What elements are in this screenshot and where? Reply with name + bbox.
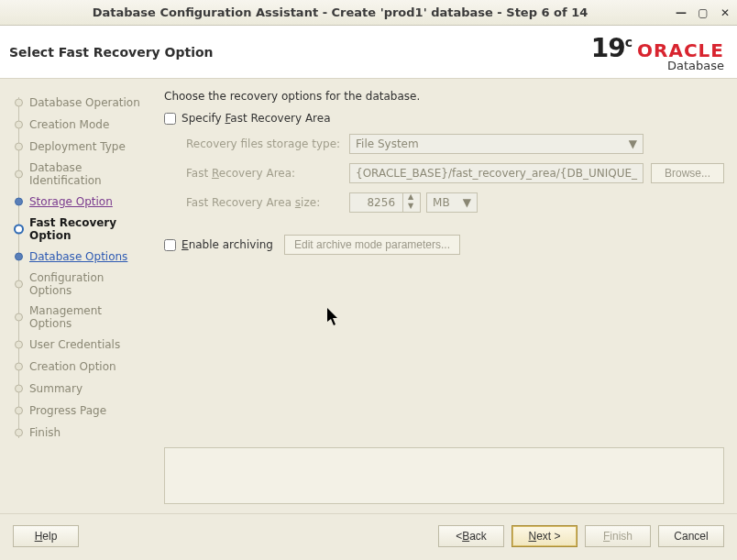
logo-version: 19c bbox=[591, 33, 632, 63]
step-deployment-type[interactable]: Deployment Type bbox=[15, 136, 142, 158]
next-button[interactable]: Next > bbox=[512, 525, 578, 547]
page-title: Select Fast Recovery Option bbox=[9, 45, 214, 60]
fra-form: Recovery files storage type: File System… bbox=[186, 134, 724, 213]
storage-type-label: Recovery files storage type: bbox=[186, 137, 342, 150]
step-database-operation[interactable]: Database Operation bbox=[15, 92, 142, 114]
storage-type-value: File System bbox=[356, 137, 419, 150]
instruction-text: Choose the recovery options for the data… bbox=[164, 90, 724, 103]
step-summary[interactable]: Summary bbox=[15, 378, 142, 400]
fra-size-unit: MB bbox=[433, 196, 450, 209]
step-list: Database Operation Creation Mode Deploym… bbox=[15, 92, 142, 444]
wizard-sidebar: Database Operation Creation Mode Deploym… bbox=[0, 79, 148, 513]
message-area bbox=[164, 447, 724, 504]
specify-fra-label: Specify Fast Recovery Area bbox=[182, 112, 331, 125]
maximize-icon[interactable]: ▢ bbox=[697, 6, 710, 19]
step-progress-page[interactable]: Progress Page bbox=[15, 400, 142, 422]
fra-size-unit-select[interactable]: MB ▼ bbox=[426, 192, 478, 213]
chevron-down-icon: ▼ bbox=[463, 196, 471, 209]
nav-buttons: < Back Next > Finish Cancel bbox=[438, 525, 724, 547]
step-user-credentials[interactable]: User Credentials bbox=[15, 334, 142, 356]
step-database-options[interactable]: Database Options bbox=[15, 246, 142, 268]
step-fast-recovery-option[interactable]: Fast Recovery Option bbox=[15, 213, 142, 246]
fra-label: Fast Recovery Area: bbox=[186, 167, 342, 180]
fra-size-row: 8256 ▲ ▼ MB ▼ bbox=[349, 192, 644, 213]
specify-fra-checkbox[interactable] bbox=[164, 113, 176, 125]
minimize-icon[interactable]: — bbox=[675, 6, 688, 19]
finish-button[interactable]: Finish bbox=[585, 525, 651, 547]
step-finish[interactable]: Finish bbox=[15, 422, 142, 444]
enable-archiving-label: Enable archiving bbox=[182, 238, 273, 251]
logo-brand: ORACLE bbox=[637, 41, 724, 60]
storage-type-select[interactable]: File System ▼ bbox=[349, 134, 644, 154]
spinner-buttons[interactable]: ▲ ▼ bbox=[402, 193, 418, 212]
fra-size-value: 8256 bbox=[356, 196, 399, 209]
page-header: Select Fast Recovery Option 19c ORACLE D… bbox=[0, 26, 737, 79]
window-titlebar: Database Configuration Assistant - Creat… bbox=[0, 0, 737, 26]
close-icon[interactable]: ✕ bbox=[719, 6, 732, 19]
step-storage-option[interactable]: Storage Option bbox=[15, 191, 142, 213]
back-button[interactable]: < Back bbox=[438, 525, 504, 547]
logo-sub: Database bbox=[667, 60, 724, 71]
specify-fra-option[interactable]: Specify Fast Recovery Area bbox=[164, 112, 724, 125]
window-title: Database Configuration Assistant - Creat… bbox=[6, 5, 675, 19]
step-configuration-options[interactable]: Configuration Options bbox=[15, 268, 142, 301]
enable-archiving-checkbox[interactable] bbox=[164, 239, 176, 251]
content-pane: Choose the recovery options for the data… bbox=[148, 79, 737, 513]
browse-button[interactable]: Browse... bbox=[651, 163, 724, 183]
cancel-button[interactable]: Cancel bbox=[658, 525, 724, 547]
step-creation-option[interactable]: Creation Option bbox=[15, 356, 142, 378]
enable-archiving-option[interactable]: Enable archiving bbox=[164, 238, 273, 251]
edit-archive-params-button[interactable]: Edit archive mode parameters... bbox=[284, 235, 460, 255]
spin-down-icon[interactable]: ▼ bbox=[403, 203, 418, 212]
main-region: Database Operation Creation Mode Deploym… bbox=[0, 79, 737, 514]
fra-path-field[interactable]: {ORACLE_BASE}/fast_recovery_area/{DB_UNI… bbox=[349, 163, 644, 183]
fra-size-spinner[interactable]: 8256 ▲ ▼ bbox=[349, 192, 421, 213]
window-controls: — ▢ ✕ bbox=[675, 6, 732, 19]
oracle-logo: 19c ORACLE Database bbox=[591, 33, 724, 71]
help-button[interactable]: Help bbox=[13, 525, 79, 547]
fra-size-label: Fast Recovery Area size: bbox=[186, 196, 342, 209]
step-database-identification[interactable]: Database Identification bbox=[15, 158, 142, 191]
enable-archiving-row: Enable archiving Edit archive mode param… bbox=[164, 235, 724, 255]
wizard-footer: Help < Back Next > Finish Cancel bbox=[0, 514, 737, 558]
step-management-options[interactable]: Management Options bbox=[15, 301, 142, 334]
step-creation-mode[interactable]: Creation Mode bbox=[15, 114, 142, 136]
chevron-down-icon: ▼ bbox=[629, 137, 637, 150]
